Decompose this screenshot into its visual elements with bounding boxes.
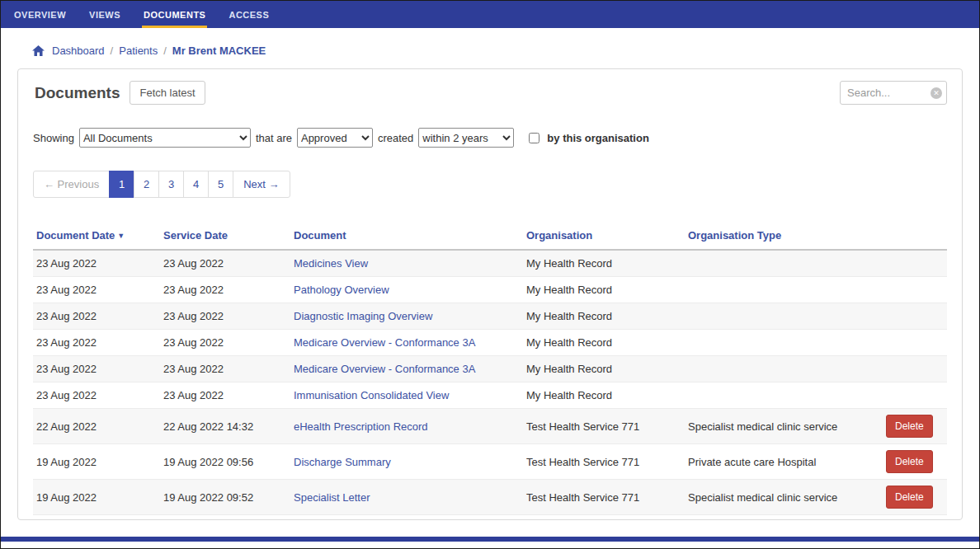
table-row: 19 Aug 2022 19 Aug 2022 09:56 Discharge … xyxy=(33,444,947,480)
status-select[interactable]: Approved xyxy=(297,128,373,148)
document-link[interactable]: Pathology Overview xyxy=(294,284,389,296)
table-row: 23 Aug 2022 23 Aug 2022 Medicare Overvie… xyxy=(33,356,947,382)
delete-button[interactable]: Delete xyxy=(886,415,933,438)
documents-card: Documents Fetch latest ✕ Showing All Doc… xyxy=(17,68,963,520)
organisation-type-cell xyxy=(681,382,879,409)
previous-page-button[interactable]: ← Previous xyxy=(33,171,110,198)
documents-table-body: 23 Aug 2022 23 Aug 2022 Medicines View M… xyxy=(33,250,947,520)
sort-descending-icon: ▼ xyxy=(117,232,125,240)
organisation-type-cell xyxy=(681,250,879,277)
organisation-type-cell xyxy=(681,330,879,356)
document-date-cell: 19 Aug 2022 xyxy=(33,480,157,515)
organisation-cell: My Health Record xyxy=(520,330,681,356)
that-are-label: that are xyxy=(256,132,292,144)
document-cell: Medicare Overview - Conformance 3A xyxy=(287,356,520,382)
documents-table: Document Date▼ Service Date Document Org… xyxy=(33,224,947,520)
document-date-cell: 23 Aug 2022 xyxy=(33,382,157,409)
document-link[interactable]: Discharge Summary xyxy=(294,456,391,468)
document-cell: Medicines View xyxy=(287,250,520,277)
service-date-cell: 23 Aug 2022 xyxy=(157,382,287,409)
filters-bar: Showing All Documents that are Approved … xyxy=(33,128,947,148)
service-date-cell: 23 Aug 2022 xyxy=(157,303,287,330)
column-header-document-date[interactable]: Document Date▼ xyxy=(33,224,157,250)
pagination: ← Previous 1 2 3 4 5 Next → xyxy=(33,171,290,198)
tab-access[interactable]: ACCESS xyxy=(217,1,280,28)
organisation-cell: My Health Record xyxy=(520,277,681,303)
breadcrumb-current-patient: Mr Brent MACKEE xyxy=(172,45,266,57)
delete-button[interactable]: Delete xyxy=(886,486,933,509)
organisation-type-cell xyxy=(681,277,879,303)
search-clear-icon[interactable]: ✕ xyxy=(931,87,942,99)
column-header-organisation[interactable]: Organisation xyxy=(520,224,681,250)
document-type-select[interactable]: All Documents xyxy=(79,128,251,148)
action-cell: Delete xyxy=(879,480,947,515)
by-this-organisation-checkbox[interactable] xyxy=(529,133,539,143)
organisation-cell: Test Health Service 771 xyxy=(520,480,681,515)
document-cell: Pathology Overview xyxy=(287,277,520,303)
document-link[interactable]: Diagnostic Imaging Overview xyxy=(294,310,432,322)
organisation-cell: My Health Record xyxy=(520,382,681,409)
document-link[interactable]: Specialist Letter xyxy=(294,491,370,504)
service-date-cell: 23 Aug 2022 xyxy=(157,277,287,303)
app-screen: OVERVIEW VIEWS DOCUMENTS ACCESS Dashboar… xyxy=(0,0,980,549)
by-this-organisation-label: by this organisation xyxy=(547,132,649,144)
table-header-row: Document Date▼ Service Date Document Org… xyxy=(33,224,947,250)
fetch-latest-button[interactable]: Fetch latest xyxy=(130,81,205,105)
column-header-organisation-type[interactable]: Organisation Type xyxy=(681,224,879,250)
document-date-cell: 23 Aug 2022 xyxy=(33,277,157,303)
page-button-5[interactable]: 5 xyxy=(208,171,233,198)
document-date-cell: 22 Aug 2022 xyxy=(33,409,157,444)
organisation-type-cell: Specialist medical clinic service xyxy=(681,515,879,521)
organisation-cell: Test Health Service 771 xyxy=(520,444,681,480)
column-header-label: Document Date xyxy=(36,229,115,242)
breadcrumb-dashboard[interactable]: Dashboard xyxy=(52,45,105,57)
footer-bar xyxy=(1,537,979,542)
tab-overview[interactable]: OVERVIEW xyxy=(2,1,78,28)
delete-button[interactable]: Delete xyxy=(886,450,933,473)
column-header-service-date[interactable]: Service Date xyxy=(157,224,287,250)
page-button-2[interactable]: 2 xyxy=(134,171,159,198)
table-row: 23 Aug 2022 23 Aug 2022 Medicare Overvie… xyxy=(33,330,947,356)
document-date-cell: 19 Aug 2022 xyxy=(33,444,157,480)
document-link[interactable]: Medicines View xyxy=(294,257,368,270)
table-row: 23 Aug 2022 23 Aug 2022 Pathology Overvi… xyxy=(33,277,947,303)
service-date-cell: 23 Aug 2022 xyxy=(157,330,287,356)
next-page-button[interactable]: Next → xyxy=(233,171,290,198)
document-link[interactable]: Medicare Overview - Conformance 3A xyxy=(294,363,475,375)
document-cell: Diagnostic Imaging Overview xyxy=(287,303,520,330)
table-row: 23 Aug 2022 23 Aug 2022 Medicines View M… xyxy=(33,250,947,277)
table-row: 23 Aug 2022 23 Aug 2022 Diagnostic Imagi… xyxy=(33,303,947,330)
tab-views[interactable]: VIEWS xyxy=(78,1,132,28)
breadcrumb: Dashboard / Patients / Mr Brent MACKEE xyxy=(1,28,979,68)
document-link[interactable]: Medicare Overview - Conformance 3A xyxy=(294,336,475,349)
table-row: 23 Aug 2022 23 Aug 2022 Immunisation Con… xyxy=(33,382,947,409)
document-cell: Immunisation Consolidated View xyxy=(287,382,520,409)
action-cell xyxy=(879,303,947,330)
service-date-cell: 23 Aug 2022 xyxy=(157,250,287,277)
column-header-actions xyxy=(879,224,947,250)
service-date-cell: 19 Aug 2022 09:56 xyxy=(157,444,287,480)
document-cell: Specialist Letter xyxy=(287,480,520,515)
breadcrumb-patients[interactable]: Patients xyxy=(119,45,158,57)
document-link[interactable]: eHealth Prescription Record xyxy=(294,420,428,433)
document-cell: Specialist Letter xyxy=(287,515,520,521)
organisation-type-cell: Specialist medical clinic service xyxy=(681,480,879,515)
organisation-cell: Test Health Service 771 xyxy=(520,409,681,444)
document-link[interactable]: Immunisation Consolidated View xyxy=(294,389,449,401)
document-date-cell: 18 Aug 2022 xyxy=(33,515,157,521)
organisation-cell: My Health Record xyxy=(520,303,681,330)
tab-documents[interactable]: DOCUMENTS xyxy=(132,1,217,28)
action-cell xyxy=(879,277,947,303)
table-row: 22 Aug 2022 22 Aug 2022 14:32 eHealth Pr… xyxy=(33,409,947,444)
document-date-cell: 23 Aug 2022 xyxy=(33,250,157,277)
page-button-3[interactable]: 3 xyxy=(158,171,184,198)
action-cell xyxy=(879,356,947,382)
organisation-type-cell: Specialist medical clinic service xyxy=(681,409,879,444)
page-button-4[interactable]: 4 xyxy=(183,171,209,198)
page-button-1[interactable]: 1 xyxy=(109,171,134,198)
action-cell xyxy=(879,330,947,356)
created-range-select[interactable]: within 2 years xyxy=(418,128,514,148)
organisation-cell: My Health Record xyxy=(520,356,681,382)
column-header-document[interactable]: Document xyxy=(287,224,520,250)
table-row: 18 Aug 2022 18 Aug 2022 16:08 Specialist… xyxy=(33,515,947,521)
